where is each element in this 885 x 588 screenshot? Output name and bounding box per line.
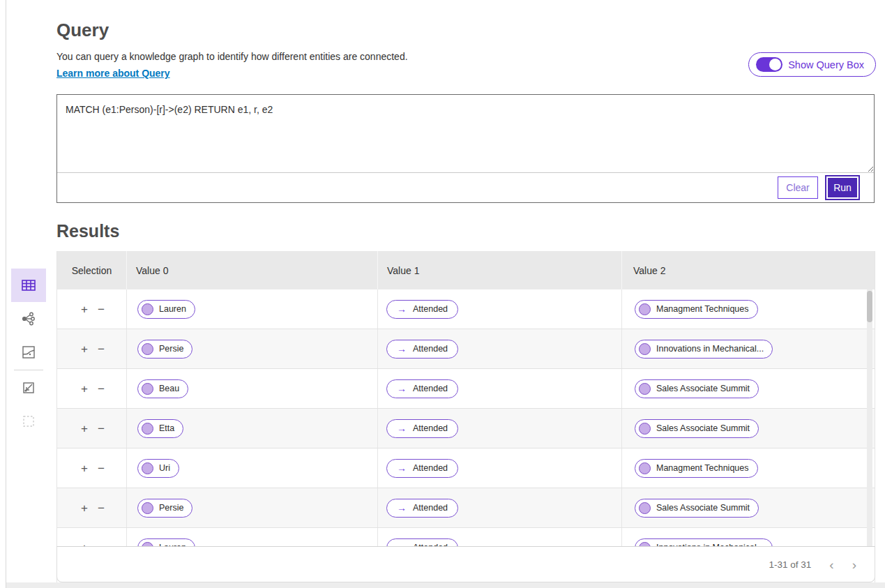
relationship-pill[interactable]: → Attended (386, 340, 458, 359)
pagination-prev-button[interactable]: ‹ (829, 558, 833, 571)
entity-label: Persie (159, 344, 183, 354)
remove-from-selection-button[interactable]: − (98, 383, 105, 395)
table-row: + − Uri → Attended Managment Techniques (57, 448, 875, 488)
entity-label: Managment Techniques (656, 463, 749, 473)
query-input[interactable]: MATCH (e1:Person)-[r]->(e2) RETURN e1, r… (57, 95, 874, 173)
table-view-button[interactable] (11, 269, 46, 302)
add-to-selection-button[interactable]: + (81, 423, 88, 435)
relationship-pill[interactable]: → Attended (386, 379, 458, 398)
scrollbar-thumb[interactable] (867, 291, 872, 322)
entity-pill[interactable]: Sales Associate Summit (635, 419, 759, 438)
results-title: Results (56, 221, 119, 241)
table-pagination-bar: 1-31 of 31 ‹ › (56, 546, 875, 582)
table-row: + − Lauren → Attended Managment Techniqu… (57, 289, 875, 329)
entity-node-icon (639, 502, 651, 514)
relationship-label: Attended (413, 503, 448, 513)
entity-pill[interactable]: Innovations in Mechanical... (635, 340, 773, 359)
panel-edge-divider (6, 0, 6, 588)
remove-from-selection-button[interactable]: − (98, 462, 105, 474)
relationship-pill[interactable]: → Attended (386, 300, 458, 319)
entity-pill[interactable]: Managment Techniques (635, 459, 758, 478)
entity-label: Uri (159, 463, 170, 473)
table-view-icon (21, 278, 36, 293)
remove-from-selection-button[interactable]: − (98, 423, 105, 435)
column-header-value1: Value 1 (378, 251, 622, 289)
column-header-value0: Value 0 (127, 251, 378, 289)
add-to-selection-button[interactable]: + (81, 542, 88, 547)
relationship-pill[interactable]: → Attended (386, 538, 458, 547)
selection-tool-button[interactable] (11, 405, 46, 438)
entity-label: Managment Techniques (656, 304, 749, 314)
entity-pill[interactable]: Persie (137, 499, 192, 518)
query-panel: Query You can query a knowledge graph to… (56, 0, 876, 588)
table-row: + − Persie → Attended Innovations in Mec… (57, 329, 875, 369)
add-to-selection-button[interactable]: + (81, 462, 88, 474)
add-to-selection-button[interactable]: + (81, 502, 88, 514)
relationship-label: Attended (413, 543, 448, 546)
entity-node-icon (142, 423, 153, 435)
view-switcher-rail (11, 269, 46, 438)
add-to-selection-button[interactable]: + (81, 383, 88, 395)
entity-pill[interactable]: Sales Associate Summit (635, 499, 759, 518)
relationship-pill[interactable]: → Attended (386, 499, 458, 518)
entity-label: Innovations in Mechanical... (656, 543, 764, 546)
entity-node-icon (639, 462, 651, 474)
rail-divider (14, 370, 43, 370)
relationship-arrow-icon: → (397, 503, 407, 513)
entity-label: Lauren (159, 304, 186, 314)
query-actions: Clear Run (57, 173, 874, 202)
relationship-pill[interactable]: → Attended (386, 419, 458, 438)
relationship-label: Attended (413, 423, 448, 433)
query-box: MATCH (e1:Person)-[r]->(e2) RETURN e1, r… (56, 94, 875, 203)
column-header-value2: Value 2 (622, 251, 875, 289)
map-view-button[interactable] (11, 336, 46, 369)
column-header-selection: Selection (57, 251, 127, 289)
entity-pill[interactable]: Persie (137, 340, 192, 359)
entity-pill[interactable]: Managment Techniques (635, 300, 758, 319)
entity-pill[interactable]: Etta (137, 419, 183, 438)
entity-pill[interactable]: Beau (137, 379, 188, 398)
table-row: + − Etta → Attended Sales Associate Summ… (57, 409, 875, 448)
pagination-next-button[interactable]: › (852, 558, 856, 571)
remove-from-selection-button[interactable]: − (98, 542, 105, 547)
learn-more-link[interactable]: Learn more about Query (56, 68, 170, 79)
relationship-label: Attended (413, 384, 448, 393)
entity-node-icon (142, 462, 153, 474)
show-query-box-toggle[interactable]: Show Query Box (748, 52, 876, 77)
add-to-selection-button[interactable]: + (81, 343, 88, 355)
relationship-label: Attended (413, 463, 448, 473)
link-chart-view-button[interactable] (11, 302, 46, 336)
remove-from-selection-button[interactable]: − (98, 502, 105, 514)
entity-label: Sales Associate Summit (656, 503, 750, 513)
map-view-icon (22, 345, 36, 359)
relationship-arrow-icon: → (397, 423, 407, 433)
entity-node-icon (639, 343, 651, 355)
table-body: + − Lauren → Attended Managment Techniqu… (57, 289, 875, 546)
remove-from-selection-button[interactable]: − (98, 343, 105, 355)
relationship-arrow-icon: → (397, 344, 407, 354)
relationship-label: Attended (413, 344, 448, 354)
table-row: + − Persie → Attended Sales Associate Su… (57, 488, 875, 528)
entity-pill[interactable]: Sales Associate Summit (635, 379, 759, 398)
entity-pill[interactable]: Lauren (137, 538, 195, 547)
entity-pill[interactable]: Innovations in Mechanical... (635, 538, 773, 547)
query-description: You can query a knowledge graph to ident… (56, 51, 408, 62)
add-to-selection-button[interactable]: + (81, 303, 88, 315)
remove-from-selection-button[interactable]: − (98, 303, 105, 315)
entity-label: Persie (159, 503, 183, 513)
entity-label: Beau (159, 384, 179, 393)
relationship-arrow-icon: → (397, 304, 407, 314)
add-to-map-icon (22, 381, 36, 395)
add-to-map-button[interactable] (11, 371, 46, 405)
table-scrollbar[interactable] (867, 289, 872, 546)
run-button[interactable]: Run (825, 175, 860, 200)
clear-button[interactable]: Clear (778, 176, 818, 199)
entity-pill[interactable]: Lauren (137, 300, 195, 319)
relationship-pill[interactable]: → Attended (386, 459, 458, 478)
entity-label: Etta (159, 423, 174, 433)
toggle-switch-icon[interactable] (756, 57, 782, 72)
page-title: Query (56, 20, 109, 41)
entity-pill[interactable]: Uri (137, 459, 179, 478)
relationship-arrow-icon: → (397, 384, 407, 393)
relationship-arrow-icon: → (397, 543, 407, 546)
